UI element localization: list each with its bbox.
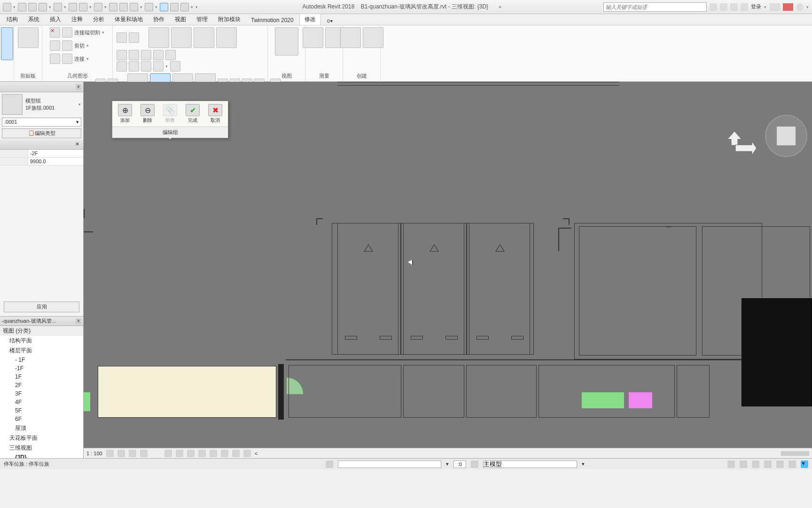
- 3d-icon[interactable]: [130, 3, 138, 11]
- drawing-canvas[interactable]: ⊕添加 ⊖删除 📎附着 ✔完成 ✖取消 编辑组: [84, 82, 812, 458]
- subscription-icon[interactable]: [710, 3, 717, 11]
- measure-panel-icon[interactable]: [303, 27, 323, 48]
- tree-item[interactable]: 三维视图: [0, 443, 83, 453]
- array-icon[interactable]: [117, 61, 127, 71]
- trimsingle-icon[interactable]: [129, 50, 139, 60]
- demolish-icon[interactable]: [129, 32, 139, 43]
- cut-icon[interactable]: [50, 40, 60, 51]
- tab-extra[interactable]: ⊙▾: [322, 17, 337, 25]
- open-icon[interactable]: [18, 3, 26, 11]
- align-icon[interactable]: [148, 27, 169, 48]
- tree-item[interactable]: 2F: [0, 381, 83, 389]
- apply-button[interactable]: 应用: [4, 302, 79, 312]
- text-icon[interactable]: [119, 3, 128, 11]
- group-panel-icon[interactable]: [363, 27, 383, 48]
- add-to-group-button[interactable]: ⊕添加: [115, 104, 135, 124]
- unpin-icon[interactable]: [141, 61, 151, 71]
- lock3d-icon[interactable]: [198, 450, 206, 457]
- tree-item[interactable]: 楼层平面: [0, 346, 83, 356]
- arc-icon[interactable]: [170, 61, 180, 71]
- sun-path-icon[interactable]: [129, 450, 136, 457]
- section-icon[interactable]: [145, 3, 153, 11]
- remove-from-group-button[interactable]: ⊖删除: [138, 104, 157, 124]
- temp-hide-icon[interactable]: [210, 450, 217, 457]
- tree-item[interactable]: 1F: [0, 373, 83, 381]
- tree-item[interactable]: 3F: [0, 389, 83, 398]
- tab-collab[interactable]: 协作: [148, 14, 169, 25]
- tab-manage[interactable]: 管理: [192, 14, 212, 25]
- tree-item[interactable]: 4F: [0, 398, 83, 406]
- login-link[interactable]: 登录: [751, 3, 761, 10]
- render-icon[interactable]: [164, 450, 172, 457]
- splitgap-icon[interactable]: [153, 50, 164, 60]
- tree-item-active[interactable]: {3D}: [0, 453, 83, 458]
- tab-view[interactable]: 视图: [170, 14, 191, 25]
- properties-close-icon[interactable]: ×: [76, 84, 81, 90]
- pin-icon[interactable]: [165, 50, 176, 60]
- cutgeom-icon[interactable]: [62, 40, 72, 51]
- redo-icon[interactable]: [54, 3, 62, 11]
- offset-icon[interactable]: [171, 27, 192, 48]
- close-button[interactable]: [783, 3, 793, 11]
- minimize-button[interactable]: [770, 3, 780, 11]
- status-input-1[interactable]: [338, 460, 441, 468]
- switch-icon[interactable]: [180, 3, 189, 11]
- tree-item[interactable]: -1F: [0, 364, 83, 373]
- type-selector[interactable]: 模型组 1F族组.0001 ▾: [2, 94, 81, 115]
- main-model-combo[interactable]: [483, 460, 577, 468]
- search-input[interactable]: [603, 2, 707, 12]
- modify-tool-icon[interactable]: [1, 27, 13, 60]
- tree-item[interactable]: - 1F: [0, 356, 83, 364]
- worksets-icon[interactable]: [326, 460, 333, 468]
- tab-modify[interactable]: 修改: [299, 14, 321, 25]
- print-icon[interactable]: [69, 3, 77, 11]
- tree-item[interactable]: 结构平面: [0, 336, 83, 346]
- browser-close-icon[interactable]: ×: [76, 318, 81, 324]
- constraints-icon[interactable]: [232, 450, 240, 457]
- view-panel-icon[interactable]: [275, 27, 298, 56]
- sb-icon[interactable]: [764, 460, 772, 468]
- app-menu-icon[interactable]: [3, 3, 11, 11]
- split-icon[interactable]: [141, 50, 151, 60]
- reveal-icon[interactable]: [221, 450, 228, 457]
- tree-root[interactable]: 视图 (分类): [0, 326, 83, 336]
- cope-icon[interactable]: [62, 27, 72, 38]
- sb-icon[interactable]: [789, 460, 796, 468]
- project-browser[interactable]: 视图 (分类) 结构平面 楼层平面 - 1F -1F 1F 2F 3F 4F 5…: [0, 326, 83, 458]
- dim-icon[interactable]: [94, 3, 102, 11]
- viewcube-face[interactable]: [776, 126, 796, 146]
- trimmulti-icon[interactable]: [153, 61, 164, 71]
- tree-item[interactable]: 屋顶: [0, 423, 83, 433]
- signin-icon[interactable]: [720, 3, 727, 11]
- scale-icon[interactable]: [129, 61, 139, 71]
- crop-visible-icon[interactable]: [187, 450, 195, 457]
- tab-insert[interactable]: 插入: [45, 14, 66, 25]
- crop-icon[interactable]: [176, 450, 183, 457]
- prop-value[interactable]: -2F: [28, 150, 83, 157]
- delete-icon[interactable]: ✕: [50, 27, 60, 38]
- create-panel-icon[interactable]: [340, 27, 361, 48]
- tag-icon[interactable]: [109, 3, 117, 11]
- analytical-icon[interactable]: [243, 450, 251, 457]
- shadows-icon[interactable]: [140, 450, 148, 457]
- tab-twinmotion[interactable]: Twinmotion 2020: [246, 16, 298, 25]
- tab-struct[interactable]: 结构: [2, 14, 23, 25]
- scale-value[interactable]: 1 : 100: [86, 451, 102, 456]
- detail-level-icon[interactable]: [106, 450, 114, 457]
- tab-system[interactable]: 系统: [23, 14, 44, 25]
- paste-icon[interactable]: [18, 27, 39, 48]
- thin-icon[interactable]: [160, 3, 168, 11]
- sb-icon[interactable]: [752, 460, 759, 468]
- join-icon[interactable]: [50, 54, 60, 64]
- cancel-button[interactable]: ✖取消: [205, 104, 225, 124]
- tab-addins[interactable]: 附加模块: [213, 14, 245, 25]
- measure-icon[interactable]: [79, 3, 87, 11]
- hscroll[interactable]: [781, 451, 809, 456]
- visual-style-icon[interactable]: [117, 450, 125, 457]
- viewcube[interactable]: [765, 115, 807, 157]
- mirror-draw-icon[interactable]: [216, 27, 237, 48]
- joingeom-icon[interactable]: [62, 54, 72, 64]
- sb-icon[interactable]: [776, 460, 784, 468]
- tree-item[interactable]: 天花板平面: [0, 433, 83, 443]
- favorites-icon[interactable]: [730, 3, 738, 11]
